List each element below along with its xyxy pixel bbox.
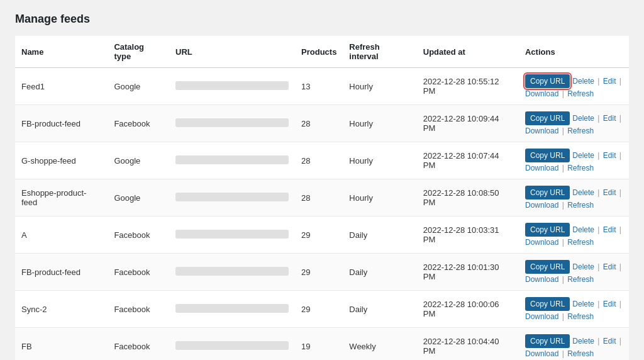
table-row: Eshoppe-product-feedGoogle28Hourly2022-1…: [15, 179, 629, 217]
cell-updated-at: 2022-12-28 10:01:30 PM: [417, 254, 519, 291]
separator: |: [596, 262, 602, 271]
edit-link[interactable]: Edit: [603, 225, 616, 234]
copy-url-button[interactable]: Copy URL: [525, 111, 570, 125]
cell-actions: Copy URLDelete | Edit |Download | Refres…: [519, 254, 629, 291]
delete-link[interactable]: Delete: [572, 262, 594, 271]
edit-link[interactable]: Edit: [603, 188, 616, 197]
cell-url: [169, 68, 295, 105]
table-row: G-shoppe-feedGoogle28Hourly2022-12-28 10…: [15, 142, 629, 179]
refresh-link[interactable]: Refresh: [567, 89, 594, 98]
download-link[interactable]: Download: [525, 201, 558, 210]
refresh-link[interactable]: Refresh: [567, 127, 594, 135]
cell-products: 29: [295, 254, 343, 291]
col-catalog-type: Catalog type: [108, 36, 169, 68]
separator: |: [618, 300, 621, 308]
refresh-link[interactable]: Refresh: [567, 201, 594, 210]
action-row2: Download | Refresh: [525, 89, 623, 98]
cell-name: G-shoppe-feed: [15, 142, 108, 179]
download-link[interactable]: Download: [525, 275, 558, 284]
separator: |: [618, 225, 621, 234]
copy-url-button[interactable]: Copy URL: [525, 297, 570, 311]
cell-updated-at: 2022-12-28 10:08:50 PM: [417, 179, 519, 217]
cell-catalog-type: Facebook: [108, 217, 169, 254]
refresh-link[interactable]: Refresh: [567, 238, 594, 247]
copy-url-button[interactable]: Copy URL: [525, 223, 570, 237]
edit-link[interactable]: Edit: [603, 262, 616, 271]
delete-link[interactable]: Delete: [572, 114, 594, 123]
cell-url: [169, 142, 295, 179]
action-links: Delete | Edit |: [572, 300, 623, 308]
separator: |: [560, 201, 566, 210]
download-link[interactable]: Download: [525, 238, 558, 247]
action-row2: Download | Refresh: [525, 275, 623, 284]
download-link[interactable]: Download: [525, 164, 558, 172]
separator: |: [560, 349, 566, 358]
cell-catalog-type: Facebook: [108, 254, 169, 291]
download-link[interactable]: Download: [525, 312, 558, 321]
separator: |: [560, 312, 566, 321]
edit-link[interactable]: Edit: [603, 114, 616, 123]
cell-actions: Copy URLDelete | Edit |Download | Refres…: [519, 105, 629, 142]
separator: |: [560, 238, 566, 247]
cell-refresh-interval: Hourly: [343, 179, 416, 217]
refresh-link[interactable]: Refresh: [567, 349, 594, 358]
action-row2: Download | Refresh: [525, 349, 623, 358]
cell-catalog-type: Facebook: [108, 291, 169, 328]
copy-url-button[interactable]: Copy URL: [525, 74, 570, 88]
delete-link[interactable]: Delete: [572, 337, 594, 346]
cell-url: [169, 105, 295, 142]
action-links: Delete | Edit |: [572, 225, 623, 234]
cell-actions: Copy URLDelete | Edit |Download | Refres…: [519, 179, 629, 217]
delete-link[interactable]: Delete: [572, 188, 594, 197]
separator: |: [618, 262, 621, 271]
cell-name: FB: [15, 328, 108, 361]
download-link[interactable]: Download: [525, 349, 558, 358]
edit-link[interactable]: Edit: [603, 337, 616, 346]
col-products: Products: [295, 36, 343, 68]
separator: |: [560, 164, 566, 172]
table-row: AFacebook29Daily2022-12-28 10:03:31 PMCo…: [15, 217, 629, 254]
separator: |: [596, 225, 602, 234]
action-links: Delete | Edit |: [572, 77, 623, 86]
refresh-link[interactable]: Refresh: [567, 312, 594, 321]
cell-catalog-type: Google: [108, 68, 169, 105]
action-row2: Download | Refresh: [525, 127, 623, 135]
copy-url-button[interactable]: Copy URL: [525, 186, 570, 200]
cell-updated-at: 2022-12-28 10:03:31 PM: [417, 217, 519, 254]
cell-actions: Copy URLDelete | Edit |Download | Refres…: [519, 291, 629, 328]
cell-actions: Copy URLDelete | Edit |Download | Refres…: [519, 217, 629, 254]
download-link[interactable]: Download: [525, 127, 558, 135]
cell-updated-at: 2022-12-28 10:55:12 PM: [417, 68, 519, 105]
table-row: FB-product-feedFacebook28Hourly2022-12-2…: [15, 105, 629, 142]
separator: |: [618, 151, 621, 160]
edit-link[interactable]: Edit: [603, 300, 616, 308]
cell-name: Sync-2: [15, 291, 108, 328]
action-links: Delete | Edit |: [572, 188, 623, 197]
action-links: Delete | Edit |: [572, 114, 623, 123]
cell-updated-at: 2022-12-28 10:07:44 PM: [417, 142, 519, 179]
cell-updated-at: 2022-12-28 10:00:06 PM: [417, 291, 519, 328]
cell-url: [169, 217, 295, 254]
separator: |: [596, 188, 602, 197]
delete-link[interactable]: Delete: [572, 225, 594, 234]
separator: |: [560, 275, 566, 284]
table-header-row: Name Catalog type URL Products Refresh i…: [15, 36, 629, 68]
cell-url: [169, 254, 295, 291]
separator: |: [618, 77, 621, 86]
table-row: Sync-2Facebook29Daily2022-12-28 10:00:06…: [15, 291, 629, 328]
refresh-link[interactable]: Refresh: [567, 164, 594, 172]
delete-link[interactable]: Delete: [572, 151, 594, 160]
copy-url-button[interactable]: Copy URL: [525, 334, 570, 348]
delete-link[interactable]: Delete: [572, 77, 594, 86]
refresh-link[interactable]: Refresh: [567, 275, 594, 284]
copy-url-button[interactable]: Copy URL: [525, 149, 570, 162]
feeds-table: Name Catalog type URL Products Refresh i…: [15, 36, 629, 360]
col-refresh-interval: Refresh interval: [343, 36, 416, 68]
copy-url-button[interactable]: Copy URL: [525, 260, 570, 274]
delete-link[interactable]: Delete: [572, 300, 594, 308]
edit-link[interactable]: Edit: [603, 77, 616, 86]
download-link[interactable]: Download: [525, 89, 558, 98]
edit-link[interactable]: Edit: [603, 151, 616, 160]
cell-refresh-interval: Daily: [343, 291, 416, 328]
separator: |: [618, 114, 621, 123]
